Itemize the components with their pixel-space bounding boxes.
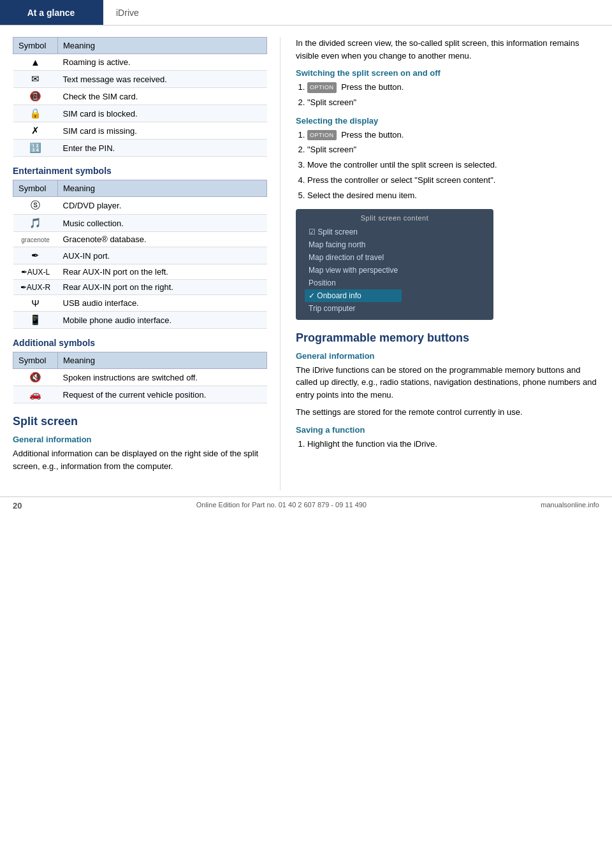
table-row: 📱 Mobile phone audio interface. xyxy=(13,312,267,329)
split-screen-heading: Split screen xyxy=(13,415,267,428)
symbol-cell: ▲ xyxy=(13,54,58,71)
phone-symbols-table: Symbol Meaning ▲ Roaming is active. ✉ Te… xyxy=(13,37,267,157)
symbol-cell: ✉ xyxy=(13,71,58,88)
table-row: ✒ AUX-IN port. xyxy=(13,247,267,264)
list-item: Press the controller or select "Split sc… xyxy=(307,174,599,187)
meaning-cell: AUX-IN port. xyxy=(58,247,267,264)
split-screen-box-title: Split screen content xyxy=(305,214,484,222)
meaning-cell: Spoken instructions are switched off. xyxy=(58,369,267,386)
menu-item-position: Position xyxy=(305,277,402,289)
table-row: ⓢ CD/DVD player. xyxy=(13,197,267,215)
split-screen-general-info-text: Additional information can be displayed … xyxy=(13,447,267,472)
meaning-cell: CD/DVD player. xyxy=(58,197,267,215)
symbol-cell: ✒ xyxy=(13,247,58,264)
saving-heading: Saving a function xyxy=(296,425,599,435)
page-footer: 20 Online Edition for Part no. 01 40 2 6… xyxy=(0,496,612,514)
menu-item-map-direction: Map direction of travel xyxy=(305,251,402,264)
symbol-cell: gracenote xyxy=(13,232,58,247)
intro-text: In the divided screen view, the so-calle… xyxy=(296,37,599,62)
switching-heading: Switching the split screen on and off xyxy=(296,68,599,78)
table-row: Ψ USB audio interface. xyxy=(13,295,267,312)
list-item: OPTION Press the button. xyxy=(307,129,599,142)
table-row: ▲ Roaming is active. xyxy=(13,54,267,71)
ent-table-col2: Meaning xyxy=(58,180,267,197)
list-item: "Split screen" xyxy=(307,143,599,157)
table-row: 🎵 Music collection. xyxy=(13,215,267,232)
table-row: 🔇 Spoken instructions are switched off. xyxy=(13,369,267,386)
table-row: 🔢 Enter the PIN. xyxy=(13,140,267,157)
menu-item-trip-computer: Trip computer xyxy=(305,302,402,315)
meaning-cell: Rear AUX-IN port on the left. xyxy=(58,264,267,280)
entertainment-symbols-table: Symbol Meaning ⓢ CD/DVD player. 🎵 Music … xyxy=(13,180,267,329)
list-item: "Split screen" xyxy=(307,96,599,110)
header-tab-at-a-glance[interactable]: At a glance xyxy=(0,0,102,25)
additional-section-heading: Additional symbols xyxy=(13,338,267,348)
right-column: In the divided screen view, the so-calle… xyxy=(280,37,612,490)
option-button-icon: OPTION xyxy=(307,130,337,140)
add-table-col2: Meaning xyxy=(58,352,267,369)
ent-table-col1: Symbol xyxy=(13,180,58,197)
menu-item-map-north: Map facing north xyxy=(305,238,402,251)
symbol-cell: 📱 xyxy=(13,312,58,329)
meaning-cell: USB audio interface. xyxy=(58,295,267,312)
add-table-col1: Symbol xyxy=(13,352,58,369)
table-row: 🔒 SIM card is blocked. xyxy=(13,105,267,122)
meaning-cell: Rear AUX-IN port on the right. xyxy=(58,280,267,295)
prog-general-info-text1: The iDrive functions can be stored on th… xyxy=(296,364,599,401)
option-button-icon: OPTION xyxy=(307,82,337,92)
meaning-cell: Enter the PIN. xyxy=(58,140,267,157)
symbol-cell: 🔢 xyxy=(13,140,58,157)
symbol-cell: 📵 xyxy=(13,88,58,105)
table-row: ✒AUX-R Rear AUX-IN port on the right. xyxy=(13,280,267,295)
split-screen-general-info-heading: General information xyxy=(13,435,267,444)
meaning-cell: Check the SIM card. xyxy=(58,88,267,105)
additional-symbols-table: Symbol Meaning 🔇 Spoken instructions are… xyxy=(13,352,267,403)
meaning-cell: SIM card is missing. xyxy=(58,122,267,140)
selecting-heading: Selecting the display xyxy=(296,116,599,126)
header-left-label: At a glance xyxy=(27,8,75,18)
menu-item-map-perspective: Map view with perspective xyxy=(305,264,402,277)
main-content: Symbol Meaning ▲ Roaming is active. ✉ Te… xyxy=(0,25,612,490)
saving-steps: Highlight the function via the iDrive. xyxy=(307,438,599,451)
list-item: Select the desired menu item. xyxy=(307,189,599,203)
prog-general-info-text2: The settings are stored for the remote c… xyxy=(296,406,599,419)
left-column: Symbol Meaning ▲ Roaming is active. ✉ Te… xyxy=(0,37,280,490)
table-row: ✉ Text message was received. xyxy=(13,71,267,88)
list-item: OPTION Press the button. xyxy=(307,81,599,94)
split-screen-content-box: Split screen content ☑ Split screen Map … xyxy=(296,209,493,320)
phone-table-col2: Meaning xyxy=(58,38,267,54)
table-row: 🚗 Request of the current vehicle positio… xyxy=(13,386,267,403)
symbol-cell: ✗ xyxy=(13,122,58,140)
symbol-cell: 🎵 xyxy=(13,215,58,232)
list-item: Move the controller until the split scre… xyxy=(307,159,599,172)
meaning-cell: Music collection. xyxy=(58,215,267,232)
meaning-cell: Roaming is active. xyxy=(58,54,267,71)
page-header: At a glance iDrive xyxy=(0,0,612,25)
symbol-cell: ✒AUX-R xyxy=(13,280,58,295)
prog-general-info-heading: General information xyxy=(296,351,599,361)
page-number: 20 xyxy=(13,501,22,510)
symbol-cell: ⓢ xyxy=(13,197,58,215)
symbol-cell: 🔒 xyxy=(13,105,58,122)
symbol-cell: ✒AUX-L xyxy=(13,264,58,280)
list-item: Highlight the function via the iDrive. xyxy=(307,438,599,451)
symbol-cell: 🚗 xyxy=(13,386,58,403)
phone-table-col1: Symbol xyxy=(13,38,58,54)
symbol-cell: Ψ xyxy=(13,295,58,312)
selecting-steps: OPTION Press the button. "Split screen" … xyxy=(307,129,599,203)
menu-item-onboard-info: ✓ Onboard info xyxy=(305,289,402,302)
meaning-cell: SIM card is blocked. xyxy=(58,105,267,122)
footer-site: manualsonline.info xyxy=(541,501,599,510)
entertainment-section-heading: Entertainment symbols xyxy=(13,166,267,176)
symbol-cell: 🔇 xyxy=(13,369,58,386)
meaning-cell: Request of the current vehicle position. xyxy=(58,386,267,403)
footer-text: Online Edition for Part no. 01 40 2 607 … xyxy=(196,501,367,510)
table-row: ✗ SIM card is missing. xyxy=(13,122,267,140)
menu-item-split-screen: ☑ Split screen xyxy=(305,226,402,238)
meaning-cell: Text message was received. xyxy=(58,71,267,88)
table-row: 📵 Check the SIM card. xyxy=(13,88,267,105)
split-screen-menu-container: ☑ Split screen Map facing north Map dire… xyxy=(305,226,484,315)
header-tab-idrive[interactable]: iDrive xyxy=(102,0,612,25)
table-row: gracenote Gracenote® database. xyxy=(13,232,267,247)
meaning-cell: Gracenote® database. xyxy=(58,232,267,247)
